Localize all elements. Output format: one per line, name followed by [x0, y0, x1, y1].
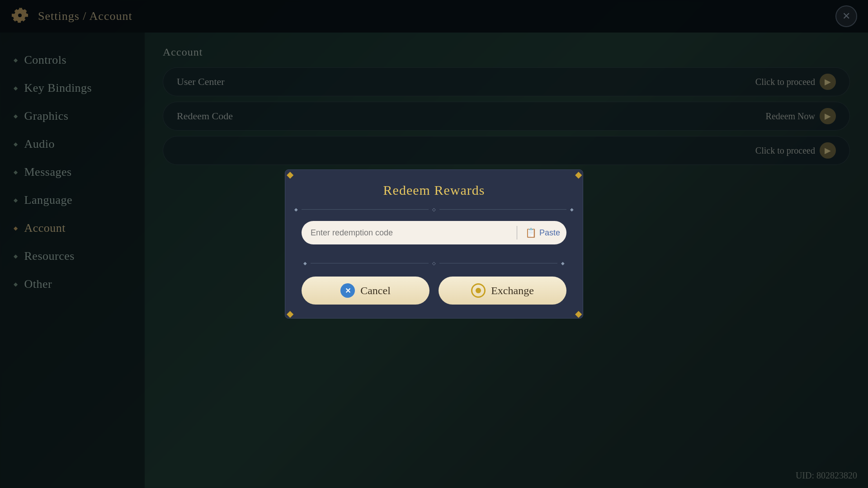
code-input-wrap[interactable]: 📋 Paste — [302, 221, 566, 244]
exchange-icon-inner — [476, 288, 481, 293]
deco-hr-center — [439, 209, 566, 210]
bottom-deco-hr-right — [439, 263, 557, 263]
modal-title: Redeem Rewards — [285, 170, 583, 207]
corner-bl-decoration: ◆ — [283, 307, 296, 320]
modal-body: 📋 Paste — [285, 212, 583, 253]
deco-diamond-left: ◆ — [294, 207, 298, 212]
top-deco-line: ◆ ◇ ◆ — [285, 207, 583, 212]
bottom-deco-diamond-left: ◆ — [303, 261, 307, 266]
corner-br-decoration: ◆ — [572, 307, 585, 320]
deco-hr-left — [302, 209, 429, 210]
exchange-label: Exchange — [491, 285, 534, 297]
redemption-code-input[interactable] — [311, 228, 512, 238]
bottom-deco-line: ◆ ◇ ◆ — [294, 261, 574, 266]
exchange-button[interactable]: Exchange — [439, 277, 566, 305]
bottom-deco-hr-left — [311, 263, 429, 263]
deco-diamond-center-l: ◇ — [432, 207, 436, 212]
paste-button[interactable]: 📋 Paste — [522, 227, 564, 238]
modal-overlay: ◆ ◆ ◆ ◆ Redeem Rewards ◆ ◇ ◆ 📋 Paste — [0, 0, 868, 488]
cancel-label: Cancel — [360, 285, 391, 297]
redeem-rewards-modal: ◆ ◆ ◆ ◆ Redeem Rewards ◆ ◇ ◆ 📋 Paste — [285, 169, 583, 319]
cancel-icon: ✕ — [340, 283, 355, 298]
deco-diamond-right: ◆ — [570, 207, 574, 212]
paste-label: Paste — [539, 228, 560, 238]
modal-footer: ◆ ◇ ◆ — [285, 253, 583, 277]
corner-tl-decoration: ◆ — [283, 168, 296, 181]
bottom-deco-diamond-right: ◆ — [561, 261, 565, 266]
corner-tr-decoration: ◆ — [572, 168, 585, 181]
paste-icon: 📋 — [525, 227, 537, 238]
cancel-button[interactable]: ✕ Cancel — [302, 277, 429, 305]
bottom-deco-diamond-center: ◇ — [432, 261, 436, 266]
exchange-icon — [471, 283, 486, 298]
modal-buttons: ✕ Cancel Exchange — [285, 277, 583, 318]
input-divider — [517, 226, 517, 239]
